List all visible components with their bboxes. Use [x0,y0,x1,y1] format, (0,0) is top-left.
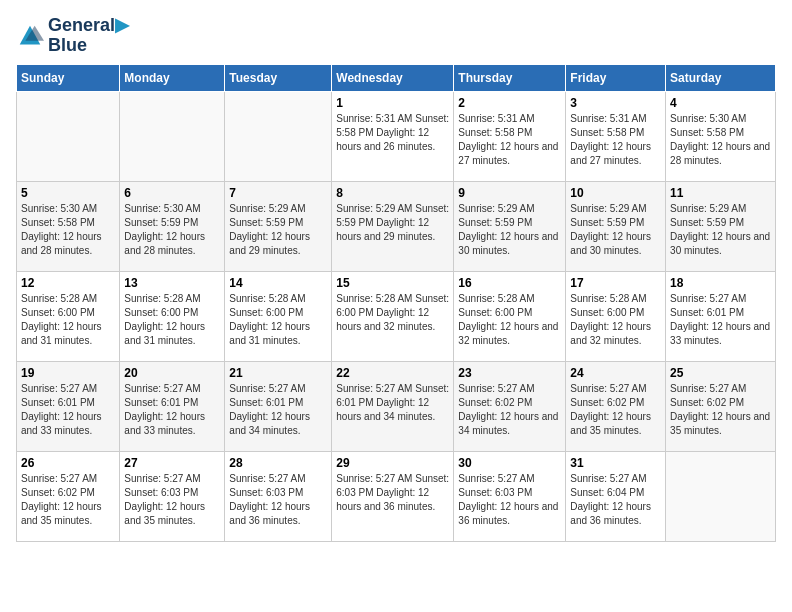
day-number: 23 [458,366,561,380]
day-info: Sunrise: 5:29 AM Sunset: 5:59 PM Dayligh… [670,202,771,258]
day-info: Sunrise: 5:31 AM Sunset: 5:58 PM Dayligh… [336,112,449,154]
day-number: 4 [670,96,771,110]
day-info: Sunrise: 5:27 AM Sunset: 6:03 PM Dayligh… [229,472,327,528]
day-number: 12 [21,276,115,290]
day-info: Sunrise: 5:31 AM Sunset: 5:58 PM Dayligh… [458,112,561,168]
calendar-cell: 3Sunrise: 5:31 AM Sunset: 5:58 PM Daylig… [566,91,666,181]
day-info: Sunrise: 5:27 AM Sunset: 6:01 PM Dayligh… [229,382,327,438]
day-number: 7 [229,186,327,200]
day-number: 29 [336,456,449,470]
calendar-cell: 17Sunrise: 5:28 AM Sunset: 6:00 PM Dayli… [566,271,666,361]
day-number: 21 [229,366,327,380]
calendar-cell [225,91,332,181]
logo-icon [16,22,44,50]
calendar-week-5: 26Sunrise: 5:27 AM Sunset: 6:02 PM Dayli… [17,451,776,541]
day-info: Sunrise: 5:28 AM Sunset: 6:00 PM Dayligh… [458,292,561,348]
day-info: Sunrise: 5:27 AM Sunset: 6:03 PM Dayligh… [336,472,449,514]
calendar-cell: 11Sunrise: 5:29 AM Sunset: 5:59 PM Dayli… [666,181,776,271]
calendar-cell: 9Sunrise: 5:29 AM Sunset: 5:59 PM Daylig… [454,181,566,271]
calendar-cell: 20Sunrise: 5:27 AM Sunset: 6:01 PM Dayli… [120,361,225,451]
day-info: Sunrise: 5:27 AM Sunset: 6:04 PM Dayligh… [570,472,661,528]
calendar-week-1: 1Sunrise: 5:31 AM Sunset: 5:58 PM Daylig… [17,91,776,181]
calendar-cell: 26Sunrise: 5:27 AM Sunset: 6:02 PM Dayli… [17,451,120,541]
header-row: SundayMondayTuesdayWednesdayThursdayFrid… [17,64,776,91]
calendar-cell: 30Sunrise: 5:27 AM Sunset: 6:03 PM Dayli… [454,451,566,541]
header-cell-wednesday: Wednesday [332,64,454,91]
calendar-cell: 1Sunrise: 5:31 AM Sunset: 5:58 PM Daylig… [332,91,454,181]
calendar-cell [17,91,120,181]
day-info: Sunrise: 5:28 AM Sunset: 6:00 PM Dayligh… [21,292,115,348]
day-number: 10 [570,186,661,200]
day-number: 3 [570,96,661,110]
header-cell-sunday: Sunday [17,64,120,91]
calendar-cell: 6Sunrise: 5:30 AM Sunset: 5:59 PM Daylig… [120,181,225,271]
day-number: 16 [458,276,561,290]
day-info: Sunrise: 5:27 AM Sunset: 6:03 PM Dayligh… [458,472,561,528]
day-number: 6 [124,186,220,200]
header-cell-tuesday: Tuesday [225,64,332,91]
day-number: 13 [124,276,220,290]
day-number: 8 [336,186,449,200]
day-number: 14 [229,276,327,290]
calendar-cell: 19Sunrise: 5:27 AM Sunset: 6:01 PM Dayli… [17,361,120,451]
day-number: 11 [670,186,771,200]
day-number: 20 [124,366,220,380]
day-info: Sunrise: 5:28 AM Sunset: 6:00 PM Dayligh… [124,292,220,348]
day-info: Sunrise: 5:28 AM Sunset: 6:00 PM Dayligh… [336,292,449,334]
calendar-week-4: 19Sunrise: 5:27 AM Sunset: 6:01 PM Dayli… [17,361,776,451]
calendar-cell: 29Sunrise: 5:27 AM Sunset: 6:03 PM Dayli… [332,451,454,541]
calendar-cell: 4Sunrise: 5:30 AM Sunset: 5:58 PM Daylig… [666,91,776,181]
calendar-cell: 21Sunrise: 5:27 AM Sunset: 6:01 PM Dayli… [225,361,332,451]
day-number: 17 [570,276,661,290]
day-number: 25 [670,366,771,380]
day-number: 2 [458,96,561,110]
calendar-table: SundayMondayTuesdayWednesdayThursdayFrid… [16,64,776,542]
calendar-cell: 22Sunrise: 5:27 AM Sunset: 6:01 PM Dayli… [332,361,454,451]
day-info: Sunrise: 5:29 AM Sunset: 5:59 PM Dayligh… [229,202,327,258]
day-number: 5 [21,186,115,200]
calendar-cell: 2Sunrise: 5:31 AM Sunset: 5:58 PM Daylig… [454,91,566,181]
calendar-cell: 13Sunrise: 5:28 AM Sunset: 6:00 PM Dayli… [120,271,225,361]
day-number: 9 [458,186,561,200]
page-header: General▶ Blue [16,16,776,56]
day-info: Sunrise: 5:27 AM Sunset: 6:02 PM Dayligh… [21,472,115,528]
day-info: Sunrise: 5:27 AM Sunset: 6:01 PM Dayligh… [670,292,771,348]
day-number: 30 [458,456,561,470]
day-number: 27 [124,456,220,470]
day-info: Sunrise: 5:29 AM Sunset: 5:59 PM Dayligh… [336,202,449,244]
calendar-cell: 16Sunrise: 5:28 AM Sunset: 6:00 PM Dayli… [454,271,566,361]
calendar-cell: 18Sunrise: 5:27 AM Sunset: 6:01 PM Dayli… [666,271,776,361]
day-info: Sunrise: 5:30 AM Sunset: 5:58 PM Dayligh… [21,202,115,258]
logo: General▶ Blue [16,16,129,56]
calendar-cell: 5Sunrise: 5:30 AM Sunset: 5:58 PM Daylig… [17,181,120,271]
header-cell-monday: Monday [120,64,225,91]
calendar-cell [120,91,225,181]
day-info: Sunrise: 5:29 AM Sunset: 5:59 PM Dayligh… [458,202,561,258]
day-info: Sunrise: 5:30 AM Sunset: 5:59 PM Dayligh… [124,202,220,258]
calendar-cell: 28Sunrise: 5:27 AM Sunset: 6:03 PM Dayli… [225,451,332,541]
logo-text: General▶ Blue [48,16,129,56]
day-number: 18 [670,276,771,290]
header-cell-friday: Friday [566,64,666,91]
day-info: Sunrise: 5:31 AM Sunset: 5:58 PM Dayligh… [570,112,661,168]
calendar-cell: 14Sunrise: 5:28 AM Sunset: 6:00 PM Dayli… [225,271,332,361]
calendar-cell: 10Sunrise: 5:29 AM Sunset: 5:59 PM Dayli… [566,181,666,271]
day-number: 28 [229,456,327,470]
calendar-cell: 15Sunrise: 5:28 AM Sunset: 6:00 PM Dayli… [332,271,454,361]
day-number: 26 [21,456,115,470]
day-info: Sunrise: 5:30 AM Sunset: 5:58 PM Dayligh… [670,112,771,168]
calendar-week-2: 5Sunrise: 5:30 AM Sunset: 5:58 PM Daylig… [17,181,776,271]
calendar-cell [666,451,776,541]
calendar-cell: 31Sunrise: 5:27 AM Sunset: 6:04 PM Dayli… [566,451,666,541]
header-cell-saturday: Saturday [666,64,776,91]
day-info: Sunrise: 5:27 AM Sunset: 6:01 PM Dayligh… [21,382,115,438]
day-info: Sunrise: 5:27 AM Sunset: 6:02 PM Dayligh… [458,382,561,438]
day-info: Sunrise: 5:28 AM Sunset: 6:00 PM Dayligh… [570,292,661,348]
day-info: Sunrise: 5:27 AM Sunset: 6:02 PM Dayligh… [570,382,661,438]
day-number: 19 [21,366,115,380]
day-info: Sunrise: 5:27 AM Sunset: 6:01 PM Dayligh… [124,382,220,438]
day-number: 15 [336,276,449,290]
day-info: Sunrise: 5:29 AM Sunset: 5:59 PM Dayligh… [570,202,661,258]
day-number: 31 [570,456,661,470]
header-cell-thursday: Thursday [454,64,566,91]
